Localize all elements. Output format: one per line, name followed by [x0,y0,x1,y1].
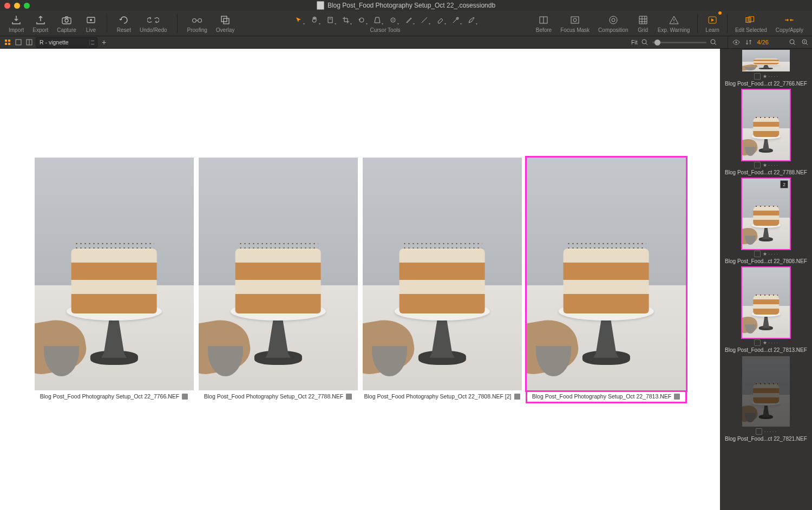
copyapply-button[interactable]: Copy/Apply [771,11,808,35]
view-single-icon[interactable] [14,38,22,47]
svg-point-29 [790,40,794,44]
thumb-card[interactable]: ★ · · · · Blog Post_Food...ct 22_7766.NE… [734,50,798,87]
import-button[interactable]: Import [4,11,28,35]
reset-icon [118,14,130,26]
search-icon[interactable] [788,38,796,47]
photo-caption: Blog Post_Food Photography Setup_Oct 22_… [363,390,522,402]
import-icon [10,14,22,26]
undoredo-button[interactable]: Undo/Redo [135,11,172,35]
crop-tool[interactable]: ▾ [338,14,353,26]
thumbnail[interactable] [742,50,790,71]
focusmask-icon [569,14,581,26]
focusmask-button[interactable]: Focus Mask [556,11,594,35]
thumb-rating[interactable]: ★ · · · · [763,74,778,79]
rotate-tool[interactable]: ▾ [354,14,369,26]
photo-filename: Blog Post_Food Photography Setup_Oct 22_… [364,393,511,400]
add-preset-button[interactable]: + [100,38,108,47]
zoom-thumb[interactable] [654,40,660,45]
thumb-card[interactable]: · · · · · Blog Post_Food...ct 22_7821.NE… [734,356,798,442]
photo-card[interactable]: Blog Post_Food Photography Setup_Oct 22_… [363,158,522,402]
fit-label[interactable]: Fit [631,39,638,45]
spot-tool[interactable]: ▾ [385,14,400,26]
svg-point-28 [736,42,737,43]
proofing-label: Proofing [187,27,207,33]
before-label: Before [536,27,552,33]
proofing-button[interactable]: Proofing [183,11,212,35]
sort-icon[interactable] [745,38,753,47]
thumbnail[interactable]: 2 [742,179,790,249]
thumb-checkbox[interactable] [756,428,762,435]
photo-thumbnail[interactable] [363,158,522,390]
browser-sidebar[interactable]: ★ · · · · Blog Post_Food...ct 22_7766.NE… [720,49,812,510]
photo-card[interactable]: Blog Post_Food Photography Setup_Oct 22_… [527,158,686,402]
thumb-rating[interactable]: · · · · · [764,429,777,434]
live-icon [85,14,97,26]
viewer[interactable]: Blog Post_Food Photography Setup_Oct 22_… [0,49,720,510]
thumb-checkbox[interactable] [754,73,761,80]
zoom-slider[interactable] [652,42,706,43]
thumb-checkbox[interactable] [754,339,761,346]
variant-badge: 2 [780,180,788,188]
thumb-rating[interactable]: ★ · · · · [763,340,778,345]
capture-button[interactable]: Capture [53,11,81,35]
hand-tool[interactable]: ▾ [307,14,322,26]
thumb-checkbox[interactable] [754,162,761,168]
thumbnail[interactable] [742,356,790,427]
before-button[interactable]: Before [532,11,556,35]
learn-button[interactable]: Learn [701,11,724,35]
pointer-tool[interactable]: ▾ [291,14,306,26]
keystone-tool[interactable]: ▾ [370,14,384,26]
live-button[interactable]: Live [81,11,101,35]
separator [727,14,728,33]
view-grid-icon[interactable] [3,38,11,47]
photo-filename: Blog Post_Food Photography Setup_Oct 22_… [204,393,343,400]
zoom-search-icon[interactable] [710,38,718,47]
warning-icon [668,14,680,26]
photo-caption: Blog Post_Food Photography Setup_Oct 22_… [199,390,358,402]
zoom-out-icon[interactable] [641,38,649,47]
thumb-card[interactable]: 2 ★ · · · · Blog Post_Food...ct 22_7808.… [734,179,798,264]
photo-thumbnail[interactable] [35,158,194,390]
grid-icon [637,14,649,26]
photo-card[interactable]: Blog Post_Food Photography Setup_Oct 22_… [35,158,194,402]
thumb-card[interactable]: ★ · · · · Blog Post_Food...ct 22_7813.NE… [734,267,798,353]
thumb-meta: · · · · · [734,428,798,435]
preset-select[interactable]: R - vignette [36,37,97,48]
overlay-button[interactable]: Overlay [212,11,239,35]
reset-button[interactable]: Reset [113,11,135,35]
photo-thumbnail[interactable] [527,158,686,390]
heal-tool[interactable]: ▾ [448,14,463,26]
thumbnail[interactable] [742,90,790,160]
eraser-tool[interactable]: ▾ [433,14,447,26]
grid-label: Grid [638,27,648,33]
grid-button[interactable]: Grid [633,11,653,35]
composition-button[interactable]: Composition [594,11,633,35]
photo-caption: Blog Post_Food Photography Setup_Oct 22_… [527,390,686,402]
window-title: Blog Post_Food Photography Setup_Oct 22_… [0,1,812,10]
filter-icon[interactable] [801,38,809,47]
brush-tool[interactable]: ▾ [401,14,416,26]
thumb-card[interactable]: ★ · · · · Blog Post_Food...ct 22_7788.NE… [734,90,798,175]
svg-rect-8 [328,17,332,23]
gradient-tool[interactable]: ▾ [417,14,431,26]
thumb-checkbox[interactable] [754,251,761,257]
view-split-icon[interactable] [25,38,33,47]
thumbnail[interactable] [742,267,790,338]
thumb-rating[interactable]: ★ · · · · [763,251,778,257]
editselected-button[interactable]: Edit Selected [731,11,771,35]
photo-thumbnail[interactable] [199,158,358,390]
export-button[interactable]: Export [28,11,53,35]
export-icon [35,14,47,26]
expwarning-button[interactable]: Exp. Warning [653,11,695,35]
annotation-tool[interactable]: ▾ [464,14,479,26]
photo-card[interactable]: Blog Post_Food Photography Setup_Oct 22_… [199,158,358,402]
composition-icon [607,14,619,26]
loupe-tool[interactable]: ▾ [323,14,337,26]
glasses-icon [191,14,203,26]
thumb-rating[interactable]: ★ · · · · [763,162,778,168]
eye-icon[interactable] [732,38,741,47]
cursor-tools-group: ▾ ▾ ▾ ▾ ▾ ▾ ▾ ▾ ▾ ▾ ▾ ▾ Cursor Tools [241,11,529,35]
document-icon [317,1,324,10]
svg-point-27 [711,40,715,44]
svg-point-4 [193,18,197,22]
